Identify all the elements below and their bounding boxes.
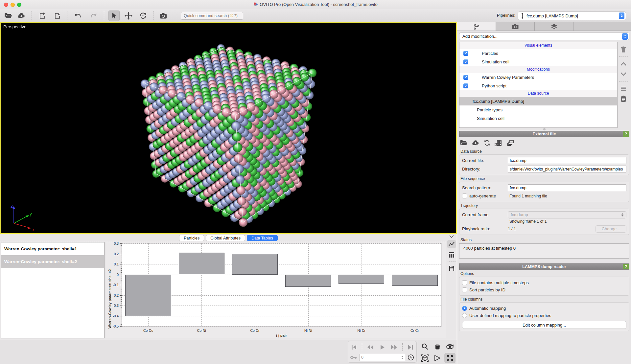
y-minor-tick xyxy=(121,283,122,283)
status-box: 4000 particles at timestep 0 xyxy=(459,243,629,259)
viewport-tools xyxy=(419,341,456,364)
tab-particles[interactable]: Particles xyxy=(179,235,204,241)
panel-splitter[interactable] xyxy=(459,128,629,131)
zoom-tool-button[interactable] xyxy=(419,341,431,352)
pipeline-item-python-script[interactable]: ✓Python script xyxy=(459,81,617,90)
checkbox-icon[interactable]: ✓ xyxy=(463,59,468,64)
search-pattern-field[interactable] xyxy=(508,184,626,191)
y-minor-tick xyxy=(121,312,122,312)
tab-overlays[interactable] xyxy=(535,22,573,31)
data-table-item-warren-cowley-parameter-shell-2[interactable]: Warren-Cowley parameter: shell=2 xyxy=(1,255,104,268)
load-session-state-button[interactable] xyxy=(52,11,63,21)
checkbox-icon[interactable]: ✓ xyxy=(463,51,468,56)
import-remote-file-button[interactable] xyxy=(16,11,27,21)
y-minor-tick xyxy=(121,320,122,320)
add-modification-dropdown[interactable]: Add modification... xyxy=(459,33,629,40)
render-snapshot-button[interactable] xyxy=(158,11,169,21)
help-button[interactable]: ? xyxy=(623,264,629,269)
y-minor-tick xyxy=(121,248,122,248)
duplicate-data-source-button[interactable] xyxy=(506,140,514,146)
tab-global-attributes[interactable]: Global Attributes xyxy=(206,235,245,241)
select-mode-button[interactable] xyxy=(108,11,120,21)
pipeline-item-particle-types[interactable]: Particle types xyxy=(459,105,617,114)
tab-render[interactable] xyxy=(496,22,535,31)
open-file-button[interactable] xyxy=(3,11,14,21)
pan-tool-button[interactable] xyxy=(432,341,443,352)
chart-toolbar xyxy=(447,235,456,273)
animation-transport-bar xyxy=(0,340,457,364)
toggle-modifier-menu-button[interactable] xyxy=(620,84,627,94)
pipeline-item-simulation-cell[interactable]: ✓Simulation cell xyxy=(459,57,617,66)
pipeline-item-label: Warren Cowley Parameters xyxy=(482,75,534,80)
current-frame-stepper xyxy=(620,212,625,218)
delete-modifier-button[interactable] xyxy=(620,44,627,54)
orbit-tool-button[interactable] xyxy=(444,341,456,352)
user-defined-mapping-label: User-defined mapping to particle propert… xyxy=(469,313,551,318)
pick-remote-file-button[interactable] xyxy=(472,140,479,146)
pipeline-item-particles[interactable]: ✓Particles xyxy=(459,49,617,57)
directory-label: Directory: xyxy=(462,167,506,171)
help-button[interactable]: ? xyxy=(623,131,629,137)
directory-field[interactable] xyxy=(508,166,626,172)
data-source-group: Current file: Directory: xyxy=(459,154,629,175)
sort-particles-checkbox[interactable] xyxy=(462,287,467,292)
y-minor-tick xyxy=(121,287,122,287)
collapse-panel-button[interactable] xyxy=(449,235,454,238)
checkbox-icon[interactable]: ✓ xyxy=(463,75,468,80)
chart-gridline xyxy=(122,326,441,327)
pipeline-selector[interactable]: fcc.dump [LAMMPS Dump] xyxy=(518,11,626,20)
tab-data-tables[interactable]: Data Tables xyxy=(247,235,278,241)
frame-spinbox-stepper[interactable] xyxy=(400,354,405,360)
pipeline-item-warren-cowley-parameters[interactable]: ✓Warren Cowley Parameters xyxy=(459,73,617,81)
reload-file-button[interactable] xyxy=(483,140,491,146)
y-tick-mark xyxy=(120,275,122,275)
pipeline-item-fcc-dump-lammps-dump[interactable]: fcc.dump [LAMMPS Dump] xyxy=(459,97,617,105)
update-trajectory-frames-button[interactable] xyxy=(495,139,502,147)
tab-pipeline[interactable] xyxy=(457,22,496,31)
quick-command-search-input[interactable] xyxy=(181,12,243,20)
chart-view-button[interactable] xyxy=(447,240,456,248)
x-tick-label: Co-Co xyxy=(143,329,153,332)
checkbox-icon[interactable]: ✓ xyxy=(463,83,468,88)
table-view-button[interactable] xyxy=(447,250,456,259)
pipeline-selector-value: fcc.dump [LAMMPS Dump] xyxy=(526,13,619,18)
pipeline-item-simulation-cell[interactable]: Simulation cell xyxy=(459,114,617,123)
multiple-timesteps-checkbox[interactable] xyxy=(462,280,467,285)
edit-column-mapping-button[interactable]: Edit column mapping... xyxy=(462,321,626,329)
auto-generate-checkbox[interactable] xyxy=(462,193,467,198)
current-file-field[interactable] xyxy=(508,157,626,164)
move-mode-button[interactable] xyxy=(123,11,134,21)
viewport-3d[interactable]: Perspective x y z xyxy=(0,22,457,234)
play-animation-button xyxy=(378,344,386,351)
current-frame-spinbox[interactable] xyxy=(359,354,405,361)
viewing-direction-button[interactable] xyxy=(432,353,443,363)
pipeline-item-label: Python script xyxy=(482,83,506,88)
y-tick-mark xyxy=(120,243,122,244)
automatic-mapping-radio[interactable] xyxy=(462,306,467,311)
chart-gridline-vertical xyxy=(362,243,362,326)
zoom-scene-extents-button[interactable] xyxy=(419,353,431,363)
rotate-mode-button[interactable] xyxy=(137,11,149,21)
pipeline-selector-stepper[interactable] xyxy=(619,12,624,19)
export-data-button[interactable] xyxy=(447,264,456,272)
add-modification-label: Add modification... xyxy=(462,34,622,39)
move-modifier-up-button[interactable] xyxy=(620,59,627,69)
particles-render-canvas[interactable] xyxy=(1,23,456,233)
y-minor-tick xyxy=(121,301,122,302)
undo-button[interactable] xyxy=(72,11,83,21)
y-minor-tick xyxy=(121,258,122,258)
maximize-viewport-button[interactable] xyxy=(444,353,456,363)
options-group: File contains multiple timesteps Sort pa… xyxy=(459,277,629,296)
move-modifier-down-button[interactable] xyxy=(620,69,627,79)
pick-local-file-button[interactable] xyxy=(460,140,468,146)
y-tick-label: -0.4 xyxy=(113,314,119,318)
add-modification-stepper[interactable] xyxy=(622,33,628,40)
viewport-caption[interactable]: Perspective xyxy=(3,24,27,29)
save-session-state-button[interactable] xyxy=(37,11,48,21)
user-defined-mapping-radio[interactable] xyxy=(462,313,467,318)
animation-settings-button[interactable] xyxy=(407,354,414,361)
automatic-mapping-label: Automatic mapping xyxy=(469,306,506,311)
data-table-item-warren-cowley-parameter-shell-1[interactable]: Warren-Cowley parameter: shell=1 xyxy=(1,242,104,255)
copy-pipeline-button[interactable] xyxy=(620,94,627,103)
axis-z-label: z xyxy=(11,203,13,209)
